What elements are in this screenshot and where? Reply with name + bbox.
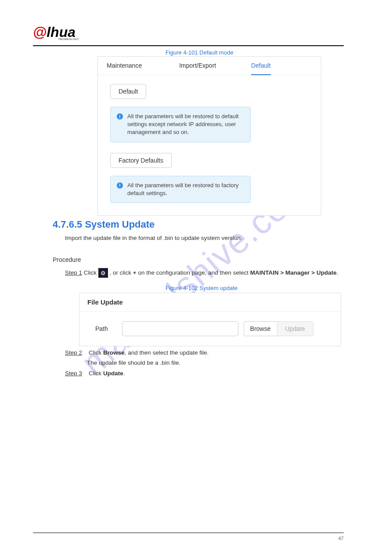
info-icon: i [117, 182, 123, 189]
step-3-text: Click Update. [89, 370, 125, 377]
page-header: @lhua TECHNOLOGY [33, 24, 344, 46]
brand-sub: TECHNOLOGY [58, 38, 79, 40]
brand-logo: @lhua TECHNOLOGY [33, 24, 79, 40]
step-1-path: MAINTAIN > Manager > Update [250, 269, 337, 276]
step-3: Step 3 Click Update. [65, 370, 125, 377]
figure-2-label: Figure 4-102 System update [165, 285, 237, 291]
default-button[interactable]: Default [110, 84, 146, 99]
browse-button[interactable]: Browse [244, 321, 277, 336]
section-description: Import the update file in the format of … [65, 234, 328, 243]
factory-defaults-button[interactable]: Factory Defaults [110, 153, 172, 168]
default-info-text: All the parameters will be restored to d… [127, 112, 244, 137]
default-tab-panel: Maintenance Import/Export Default Defaul… [97, 56, 321, 216]
factory-info-box: i All the parameters will be restored to… [110, 176, 251, 203]
step-2b-text: The update file should be a .bin file. [87, 359, 180, 366]
factory-info-text: All the parameters will be restored to f… [127, 181, 244, 197]
browse-update-group: Browse Update [244, 321, 313, 336]
file-update-panel: File Update Path Browse Update [79, 293, 341, 346]
tab-import-export[interactable]: Import/Export [179, 57, 216, 75]
step-1: Step 1 Click , or click + on the configu… [65, 268, 338, 278]
step-2-label: Step 2 [65, 349, 82, 356]
file-update-header: File Update [79, 293, 341, 312]
step-1-text-c: on the configuration page, and then sele… [138, 269, 250, 276]
path-input[interactable] [122, 321, 238, 336]
default-info-box: i All the parameters will be restored to… [110, 107, 251, 142]
tab-default[interactable]: Default [251, 57, 270, 75]
path-label: Path [95, 325, 108, 332]
step-1-text-b: , or click [110, 269, 133, 276]
gear-icon [98, 268, 108, 278]
plus-icon: + [133, 269, 137, 276]
section-heading: 4.7.6.5 System Update [53, 219, 155, 230]
update-button[interactable]: Update [277, 321, 313, 336]
tab-maintenance[interactable]: Maintenance [107, 57, 142, 75]
default-panel-body: Default i All the parameters will be res… [98, 75, 321, 215]
tab-bar: Maintenance Import/Export Default [98, 57, 321, 75]
step-3-label: Step 3 [65, 370, 82, 377]
procedure-heading: Procedure [53, 256, 81, 263]
page-footer: 47 [33, 533, 344, 541]
step-1-label: Step 1 [65, 269, 82, 276]
file-update-body: Path Browse Update [79, 312, 341, 346]
info-icon: i [117, 113, 123, 120]
step-2-text: Click Browse, and then select the update… [89, 349, 209, 356]
step-2: Step 2 Click Browse, and then select the… [65, 349, 209, 356]
figure-1-label: Figure 4-101 Default mode [165, 49, 234, 56]
step-1-text-a: Click [84, 269, 98, 276]
